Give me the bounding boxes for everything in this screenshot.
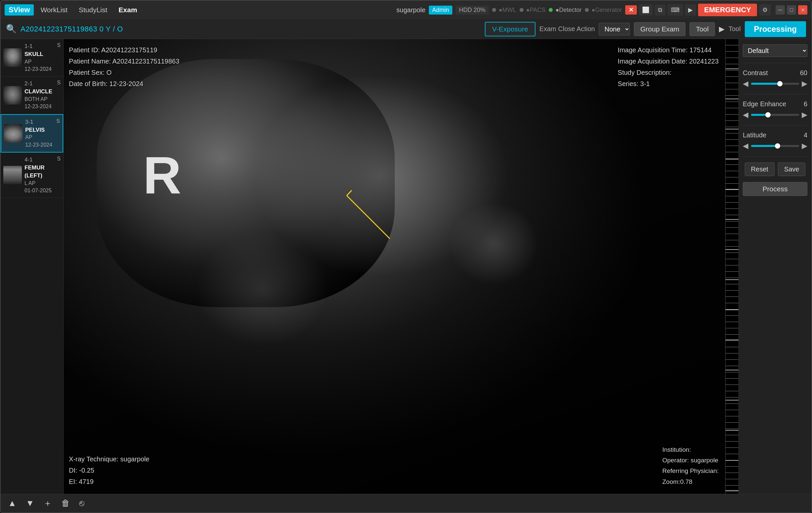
process-button[interactable]: Process [743,182,807,196]
series-thumb-2 [3,86,22,104]
latitude-label: Latitude [743,131,766,139]
maximize-button[interactable]: □ [787,5,796,14]
keyboard-icon-btn[interactable]: ⌨ [668,4,683,16]
contrast-value: 60 [800,69,807,77]
window-close-button[interactable]: ✕ [798,5,807,14]
series-info-3: 3-1 PELVIS AP 12-23-2024 [25,118,54,149]
latitude-decrease-button[interactable]: ◀ [743,142,748,150]
search-button[interactable]: 🔍 [6,24,17,34]
copy-icon-btn[interactable]: ⧉ [655,5,666,16]
reset-save-row: Reset Save [743,162,807,176]
series-date: 12-23-2024 [25,141,54,149]
contrast-decrease-button[interactable]: ◀ [743,80,748,88]
series-thumb-1 [3,48,22,67]
reset-button[interactable]: Reset [745,162,775,176]
right-panel: Default Contrast 60 ◀ ▶ [738,39,811,494]
toolbar: 🔍 A20241223175119863 0 Y / O V-Exposure … [1,19,811,39]
series-view: BOTH AP [25,96,54,103]
latitude-thumb[interactable] [775,143,780,149]
divider [743,63,807,63]
series-badge: S [56,118,60,124]
series-item[interactable]: 2-1 CLAVICLE BOTH AP 12-23-2024 S [1,77,63,114]
username: sugarpole [397,6,426,14]
series-info-2: 2-1 CLAVICLE BOTH AP 12-23-2024 [25,80,54,110]
latitude-increase-button[interactable]: ▶ [802,142,807,150]
close-indicator-btn[interactable]: ✕ [625,5,637,14]
series-view: AP [25,134,54,141]
detector-indicator: ●Detector [549,7,581,13]
delete-button[interactable]: 🗑 [59,496,72,510]
user-info: sugarpole Admin HDD 20% ●MWL ●PACS ●Dete… [397,5,637,14]
patient-id-display: A20241223175119863 0 Y / O [21,25,123,33]
series-view: AP [25,58,54,65]
tool-button[interactable]: Tool [690,22,715,36]
series-date: 12-23-2024 [25,65,54,73]
title-bar: SView WorkList StudyList Exam sugarpole … [1,1,811,19]
settings-icon-btn[interactable]: ⚙ [759,4,771,16]
xray-bottom-left: X-ray Technique: sugarpole DI: -0.25 EI:… [69,453,149,487]
series-num: 3-1 [25,118,54,126]
minimize-button[interactable]: ─ [776,5,785,14]
image-viewport[interactable]: R Patient ID: A20241223175119 Patient Na… [64,39,738,494]
contrast-thumb[interactable] [777,81,783,86]
edge-enhance-value: 6 [804,100,807,108]
contrast-increase-button[interactable]: ▶ [802,80,807,88]
latitude-fill [751,145,778,147]
series-badge: S [57,80,61,86]
edge-enhance-increase-button[interactable]: ▶ [802,111,807,119]
divider [743,156,807,156]
series-thumb-4 [3,166,22,184]
nav-up-button[interactable]: ▲ [6,496,19,510]
preset-select[interactable]: Default [743,44,807,57]
edge-enhance-track[interactable] [751,114,799,116]
exam-close-label: Exam Close Action [540,25,595,33]
group-exam-button[interactable]: Group Exam [634,22,686,36]
series-num: 2-1 [25,80,54,88]
edge-enhance-slider-row: ◀ ▶ [743,111,807,119]
series-body: CLAVICLE [25,88,54,96]
series-date: 12-23-2024 [25,103,54,110]
series-date: 01-07-2025 [25,187,54,194]
series-info-4: 4-1 FEMUR (LEFT) L AP 01-07-2025 [25,156,54,194]
latitude-track[interactable] [751,145,799,147]
edge-enhance-header: Edge Enhance 6 [743,100,807,108]
app-logo[interactable]: SView [5,4,34,16]
hdd-badge: HDD 20% [456,6,489,14]
contrast-track[interactable] [751,83,799,85]
app-window: SView WorkList StudyList Exam sugarpole … [0,0,812,513]
latitude-slider-group: Latitude 4 ◀ ▶ [743,131,807,150]
series-sidebar: 1-1 SKULL AP 12-23-2024 S 2-1 CLAVICLE B… [1,39,64,494]
series-item[interactable]: 1-1 SKULL AP 12-23-2024 S [1,39,63,77]
menu-studylist[interactable]: StudyList [74,4,112,16]
contrast-slider-group: Contrast 60 ◀ ▶ [743,69,807,88]
edge-enhance-thumb[interactable] [765,112,771,118]
save-button[interactable]: Save [778,162,806,176]
edge-enhance-decrease-button[interactable]: ◀ [743,111,748,119]
xray-bottom-right: Institution: Operator: sugarpole Referri… [662,445,719,487]
series-item-active[interactable]: 3-1 PELVIS AP 12-23-2024 S [1,114,63,153]
divider [743,94,807,94]
add-button[interactable]: ＋ [41,495,54,511]
edge-enhance-label: Edge Enhance [743,100,786,108]
series-item[interactable]: 4-1 FEMUR (LEFT) L AP 01-07-2025 S [1,153,63,198]
image-info-overlay: Image Acquisition Time: 175144 Image Acq… [618,44,719,89]
series-badge: S [57,42,61,48]
series-num: 1-1 [25,42,54,50]
menu-exam[interactable]: Exam [114,4,142,16]
series-thumb-3 [4,124,23,143]
menu-worklist[interactable]: WorkList [36,4,72,16]
export-button[interactable]: ⎋ [77,496,86,510]
exam-close-select[interactable]: None [599,23,630,35]
toolbar-expand-button[interactable]: ▶ [719,25,725,33]
contrast-header: Contrast 60 [743,69,807,77]
title-bar-icons: ⬜ ⧉ ⌨ ▶ EMERGENCY ⚙ [639,4,771,16]
nav-down-button[interactable]: ▼ [24,496,36,510]
processing-button[interactable]: Processing [745,21,806,37]
series-body: SKULL [25,50,54,58]
generator-indicator: ●Generator [585,7,622,13]
v-exposure-button[interactable]: V-Exposure [485,22,535,36]
expand-icon-btn[interactable]: ▶ [685,4,696,16]
series-badge: S [57,156,61,162]
emergency-button[interactable]: EMERGENCY [698,4,757,16]
monitor-icon-btn[interactable]: ⬜ [639,4,653,16]
